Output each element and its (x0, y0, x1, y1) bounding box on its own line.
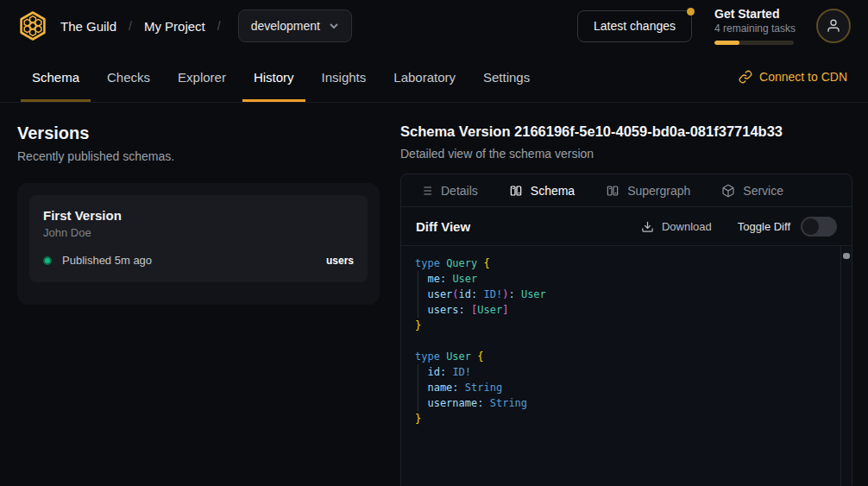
indent-guide (418, 271, 418, 318)
versions-list: First Version John Doe Published 5m ago … (17, 183, 380, 305)
version-author: John Doe (43, 226, 354, 239)
toggle-diff-label: Toggle Diff (738, 220, 790, 233)
link-icon (739, 70, 752, 84)
download-button[interactable]: Download (641, 220, 712, 233)
environment-dropdown[interactable]: development (238, 9, 352, 42)
breadcrumb-separator: / (129, 19, 132, 33)
get-started-title: Get Started (714, 7, 794, 21)
user-avatar[interactable] (816, 9, 851, 43)
org-link[interactable]: The Guild (60, 19, 116, 34)
user-icon (826, 18, 841, 34)
detail-tab-schema[interactable]: Schema (509, 184, 575, 198)
version-detail-panel: Schema Version 2166196f-5e10-4059-bd0a-0… (400, 103, 868, 486)
progress-fill (714, 41, 739, 45)
diff-toolbar: Diff View Download Toggle Diff (401, 207, 852, 246)
top-right-controls: Latest changes Get Started 4 remaining t… (577, 7, 851, 45)
detail-tab-service[interactable]: Service (721, 184, 783, 198)
schema-panel: Details Schema Supergr (400, 174, 852, 486)
tab-insights[interactable]: Insights (311, 52, 378, 102)
tab-history[interactable]: History (242, 52, 305, 102)
environment-value: development (251, 19, 320, 33)
latest-changes-button[interactable]: Latest changes (577, 10, 692, 42)
scrollbar-thumb[interactable] (843, 253, 850, 259)
version-meta-row: Published 5m ago users (43, 254, 354, 267)
tab-settings[interactable]: Settings (472, 52, 541, 102)
get-started-subtitle: 4 remaining tasks (714, 22, 794, 35)
breadcrumb: The Guild / My Project / development (17, 9, 352, 42)
diff-view-title: Diff View (416, 219, 470, 234)
breadcrumb-separator: / (217, 19, 221, 33)
connect-to-cdn-label: Connect to CDN (759, 70, 847, 84)
version-detail-subtitle: Detailed view of the schema version (400, 147, 852, 161)
latest-changes-label: Latest changes (594, 19, 676, 33)
tab-explorer[interactable]: Explorer (167, 52, 237, 102)
main-content: Versions Recently published schemas. Fir… (0, 103, 868, 486)
diff-controls: Download Toggle Diff (641, 217, 837, 237)
sdl-viewer: type Query { me: User user(id: ID!): Use… (401, 246, 852, 486)
panels-icon (509, 184, 523, 198)
project-nav: Schema Checks Explorer History Insights … (0, 52, 868, 103)
detail-tab-details[interactable]: Details (419, 184, 478, 198)
toggle-diff-switch[interactable] (801, 217, 837, 237)
nav-tabs: Schema Checks Explorer History Insights … (21, 52, 541, 102)
versions-panel: Versions Recently published schemas. Fir… (0, 103, 400, 486)
notification-dot (687, 8, 695, 16)
detail-tabs: Details Schema Supergr (401, 174, 852, 207)
version-name: First Version (43, 208, 354, 223)
progress-bar (714, 41, 794, 45)
detail-tab-label: Service (743, 184, 783, 198)
code-block: type Query { me: User user(id: ID!): Use… (401, 246, 852, 436)
hive-logo-icon[interactable] (17, 10, 48, 41)
tab-checks[interactable]: Checks (96, 52, 161, 102)
panels-icon (606, 184, 620, 198)
project-link[interactable]: My Project (144, 19, 205, 34)
version-detail-title: Schema Version 2166196f-5e10-4059-bd0a-0… (400, 123, 852, 140)
connect-to-cdn-link[interactable]: Connect to CDN (739, 52, 847, 102)
chevron-down-icon (329, 21, 339, 31)
toggle-diff-group: Toggle Diff (738, 217, 837, 237)
get-started-widget[interactable]: Get Started 4 remaining tasks (714, 7, 794, 45)
versions-subtitle: Recently published schemas. (17, 149, 380, 163)
detail-tab-supergraph[interactable]: Supergraph (606, 184, 690, 198)
detail-tab-label: Supergraph (627, 184, 690, 198)
version-status: Published 5m ago (62, 254, 152, 267)
download-icon (641, 220, 654, 233)
code-scrollbar (840, 246, 852, 486)
indent-guide (418, 364, 418, 411)
detail-tab-label: Details (441, 184, 478, 198)
version-list-item[interactable]: First Version John Doe Published 5m ago … (29, 195, 368, 282)
tab-schema[interactable]: Schema (21, 52, 91, 102)
cube-icon (721, 184, 735, 198)
download-label: Download (662, 220, 712, 233)
list-icon (419, 184, 433, 198)
detail-tab-label: Schema (531, 184, 575, 198)
top-bar: The Guild / My Project / development Lat… (0, 0, 868, 52)
versions-title: Versions (17, 123, 380, 143)
service-badge: users (326, 255, 354, 267)
tab-laboratory[interactable]: Laboratory (382, 52, 467, 102)
switch-knob (802, 218, 819, 235)
published-status-dot (43, 256, 52, 265)
